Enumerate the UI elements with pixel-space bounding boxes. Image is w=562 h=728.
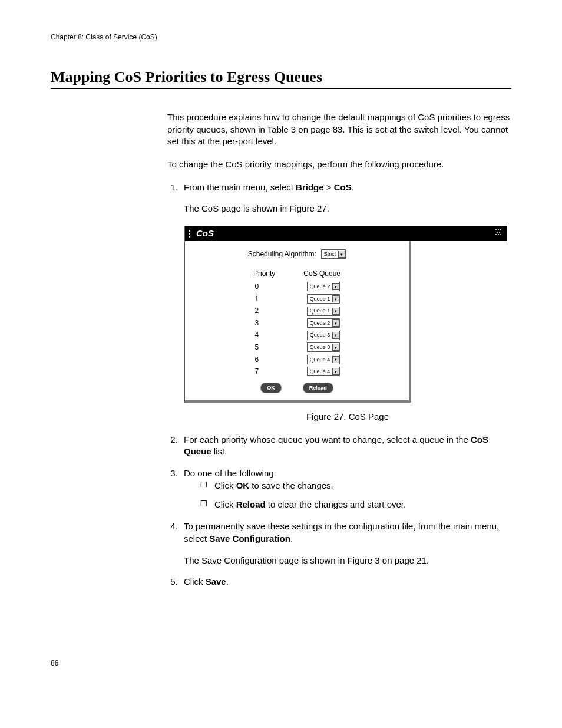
cos-titlebar: CoS: [185, 226, 507, 241]
svg-point-6: [498, 234, 499, 235]
chevron-down-icon: ▾: [332, 283, 339, 290]
section-title: Mapping CoS Priorities to Egress Queues: [51, 68, 511, 89]
table-row: 1 Queue 1▾: [254, 294, 340, 304]
chevron-down-icon: ▾: [332, 332, 339, 339]
col-header-queue: CoS Queue: [303, 269, 340, 279]
svg-point-3: [497, 232, 498, 233]
intro-paragraph: This procedure explains how to change th…: [167, 111, 511, 148]
queue-dropdown[interactable]: Queue 1▾: [307, 307, 340, 316]
svg-point-0: [495, 229, 497, 230]
svg-point-7: [500, 234, 501, 235]
table-row: 2 Queue 1▾: [254, 306, 340, 316]
step-5: Click Save.: [180, 576, 511, 588]
col-header-priority: Priority: [253, 269, 275, 279]
svg-point-4: [499, 232, 500, 233]
table-row: 3 Queue 2▾: [254, 318, 340, 328]
queue-dropdown[interactable]: Queue 1▾: [307, 294, 340, 304]
scheduling-dropdown[interactable]: Strict ▾: [321, 249, 346, 259]
ok-button[interactable]: OK: [260, 383, 282, 393]
chevron-down-icon: ▾: [332, 368, 339, 375]
chapter-header: Chapter 8: Class of Service (CoS): [51, 33, 511, 41]
step-1: From the main menu, select Bridge > CoS.…: [180, 182, 511, 423]
panel-title: CoS: [196, 228, 214, 240]
step-1-sub: The CoS page is shown in Figure 27.: [184, 203, 511, 215]
queue-dropdown[interactable]: Queue 2▾: [307, 318, 340, 328]
queue-dropdown[interactable]: Queue 2▾: [307, 282, 340, 291]
table-row: 6 Queue 4▾: [254, 355, 340, 365]
panel-corner-icon: [494, 228, 503, 240]
chevron-down-icon: ▾: [338, 251, 345, 258]
svg-point-5: [495, 234, 497, 235]
titlebar-dots-icon: [189, 230, 190, 238]
cos-panel: CoS Scheduling Algorithm:: [184, 226, 507, 403]
queue-dropdown[interactable]: Queue 4▾: [307, 367, 340, 376]
step-4-sub: The Save Configuration page is shown in …: [184, 555, 511, 567]
table-row: 7 Queue 4▾: [254, 367, 340, 377]
svg-point-2: [500, 229, 501, 230]
table-row: 4 Queue 3▾: [254, 330, 340, 340]
chevron-down-icon: ▾: [332, 319, 339, 327]
cos-table: 0 Queue 2▾ 1 Queue 1▾ 2: [185, 282, 409, 376]
step-2: For each priority whose queue you want t…: [180, 434, 511, 458]
chevron-down-icon: ▾: [332, 344, 339, 351]
step-3: Do one of the following: Click OK to sav…: [180, 467, 511, 511]
chevron-down-icon: ▾: [332, 308, 339, 315]
queue-dropdown[interactable]: Queue 3▾: [307, 342, 340, 352]
queue-dropdown[interactable]: Queue 3▾: [307, 331, 340, 340]
svg-point-1: [498, 229, 499, 230]
lead-paragraph: To change the CoS priority mappings, per…: [167, 159, 511, 171]
chevron-down-icon: ▾: [332, 295, 339, 302]
scheduling-label: Scheduling Algorithm:: [248, 249, 316, 259]
step-3b: Click Reload to clear the changes and st…: [200, 499, 511, 511]
reload-button[interactable]: Reload: [303, 383, 333, 393]
chevron-down-icon: ▾: [332, 356, 339, 363]
step-4: To permanently save these settings in th…: [180, 521, 511, 566]
queue-dropdown[interactable]: Queue 4▾: [307, 355, 340, 364]
table-row: 0 Queue 2▾: [254, 282, 340, 292]
table-row: 5 Queue 3▾: [254, 342, 340, 353]
page-number: 86: [51, 659, 511, 667]
figure-caption: Figure 27. CoS Page: [184, 411, 511, 423]
step-3a: Click OK to save the changes.: [200, 480, 511, 492]
